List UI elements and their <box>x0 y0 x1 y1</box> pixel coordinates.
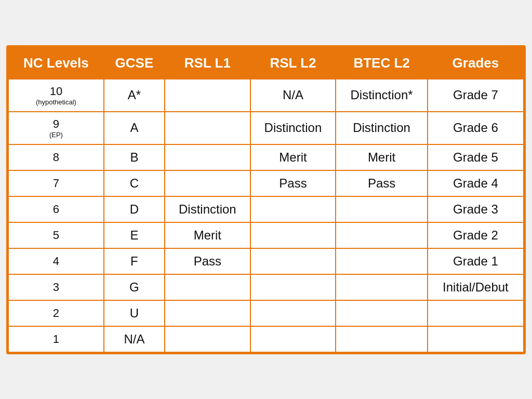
grades-cell: Grade 4 <box>428 170 524 196</box>
nc-level-cell: 9(EP) <box>8 112 104 144</box>
gcse-cell: G <box>104 274 165 300</box>
rsl-l1-cell <box>165 144 250 170</box>
rsl-l2-header: RSL L2 <box>250 47 336 79</box>
nc-level-cell: 10(hypothetical) <box>8 79 104 112</box>
btec-l2-cell <box>336 326 428 352</box>
rsl-l1-cell: Distinction <box>165 196 250 222</box>
gcse-cell: E <box>104 222 165 248</box>
rsl-l2-cell: N/A <box>250 79 336 112</box>
table-row: 1N/A <box>8 326 524 352</box>
rsl-l1-cell <box>165 79 250 112</box>
grades-cell: Grade 3 <box>428 196 524 222</box>
rsl-l1-cell: Merit <box>165 222 250 248</box>
rsl-l1-cell <box>165 326 250 352</box>
nc-level-cell: 7 <box>8 170 104 196</box>
grades-cell <box>428 300 524 326</box>
rsl-l2-cell: Distinction <box>250 112 336 144</box>
table-row: 8BMeritMeritGrade 5 <box>8 144 524 170</box>
nc-level-cell: 5 <box>8 222 104 248</box>
rsl-l1-cell <box>165 112 250 144</box>
gcse-cell: A <box>104 112 165 144</box>
grades-cell: Grade 5 <box>428 144 524 170</box>
grades-header: Grades <box>428 47 524 79</box>
btec-l2-cell <box>336 248 428 274</box>
nc-level-sub: (EP) <box>13 131 99 139</box>
btec-l2-cell <box>336 300 428 326</box>
rsl-l2-cell <box>250 196 336 222</box>
gcse-cell: U <box>104 300 165 326</box>
nc-level-cell: 8 <box>8 144 104 170</box>
rsl-l2-cell <box>250 326 336 352</box>
nc-level-cell: 3 <box>8 274 104 300</box>
nc-level-sub: (hypothetical) <box>13 98 99 106</box>
rsl-l2-cell <box>250 274 336 300</box>
rsl-l1-cell: Pass <box>165 248 250 274</box>
rsl-l1-cell <box>165 170 250 196</box>
table-row: 7CPassPassGrade 4 <box>8 170 524 196</box>
table-row: 4FPassGrade 1 <box>8 248 524 274</box>
btec-l2-cell <box>336 196 428 222</box>
grade-comparison-table: NC LevelsGCSERSL L1RSL L2BTEC L2Grades 1… <box>6 45 526 354</box>
grades-cell <box>428 326 524 352</box>
gcse-cell: F <box>104 248 165 274</box>
grades-cell: Grade 7 <box>428 79 524 112</box>
table-row: 9(EP)ADistinctionDistinctionGrade 6 <box>8 112 524 144</box>
rsl-l2-cell <box>250 248 336 274</box>
btec-l2-cell: Distinction <box>336 112 428 144</box>
rsl-l1-header: RSL L1 <box>165 47 250 79</box>
table-row: 2U <box>8 300 524 326</box>
nc-level-cell: 1 <box>8 326 104 352</box>
rsl-l2-cell: Merit <box>250 144 336 170</box>
table-row: 5EMeritGrade 2 <box>8 222 524 248</box>
gcse-cell: C <box>104 170 165 196</box>
btec-l2-header: BTEC L2 <box>336 47 428 79</box>
btec-l2-cell <box>336 274 428 300</box>
table-row: 10(hypothetical)A*N/ADistinction*Grade 7 <box>8 79 524 112</box>
gcse-cell: D <box>104 196 165 222</box>
gcse-cell: A* <box>104 79 165 112</box>
gcse-header: GCSE <box>104 47 165 79</box>
gcse-cell: N/A <box>104 326 165 352</box>
rsl-l1-cell <box>165 274 250 300</box>
rsl-l2-cell <box>250 222 336 248</box>
btec-l2-cell: Pass <box>336 170 428 196</box>
gcse-cell: B <box>104 144 165 170</box>
nc-levels-header: NC Levels <box>8 47 104 79</box>
nc-level-cell: 4 <box>8 248 104 274</box>
rsl-l1-cell <box>165 300 250 326</box>
grades-cell: Grade 2 <box>428 222 524 248</box>
nc-level-cell: 2 <box>8 300 104 326</box>
table-row: 3GInitial/Debut <box>8 274 524 300</box>
rsl-l2-cell <box>250 300 336 326</box>
grades-cell: Initial/Debut <box>428 274 524 300</box>
grades-cell: Grade 6 <box>428 112 524 144</box>
btec-l2-cell: Merit <box>336 144 428 170</box>
rsl-l2-cell: Pass <box>250 170 336 196</box>
grades-cell: Grade 1 <box>428 248 524 274</box>
btec-l2-cell <box>336 222 428 248</box>
nc-level-cell: 6 <box>8 196 104 222</box>
btec-l2-cell: Distinction* <box>336 79 428 112</box>
table-row: 6DDistinctionGrade 3 <box>8 196 524 222</box>
